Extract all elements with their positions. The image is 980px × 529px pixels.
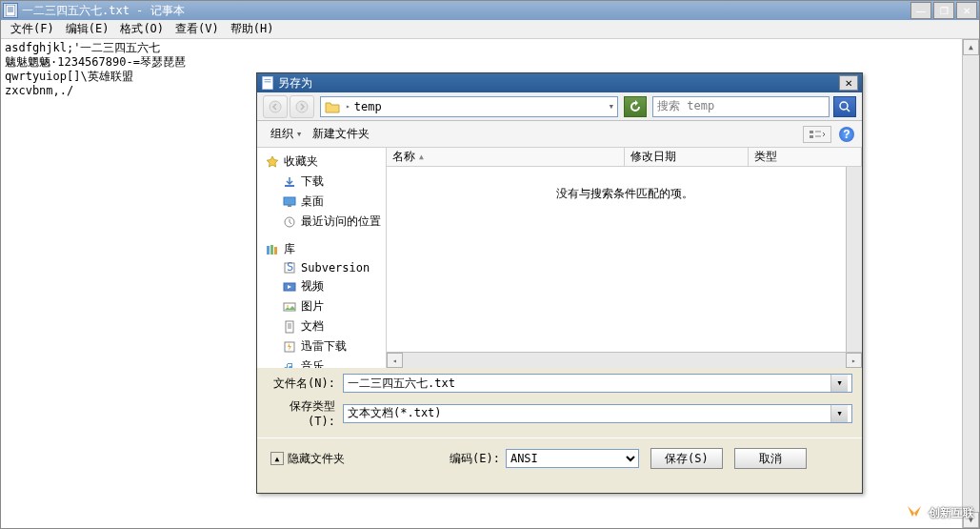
notepad-title: 一二三四五六七.txt - 记事本 <box>22 3 185 19</box>
svg-rect-12 <box>810 135 813 138</box>
tree-item-recent[interactable]: 最近访问的位置 <box>257 212 386 232</box>
chevron-up-icon: ▲ <box>270 452 284 465</box>
hscroll-right[interactable]: ▸ <box>846 353 862 368</box>
search-placeholder: 搜索 temp <box>657 98 714 114</box>
desktop-icon <box>282 195 297 209</box>
tree-item-documents[interactable]: 文档 <box>257 316 386 336</box>
tree-library[interactable]: 库 <box>257 239 386 259</box>
svg-rect-20 <box>270 245 273 254</box>
tree-favorites[interactable]: 收藏夹 <box>257 152 386 172</box>
col-modified[interactable]: 修改日期 <box>625 148 749 166</box>
cancel-button[interactable]: 取消 <box>734 448 807 469</box>
filetype-select[interactable]: 文本文档(*.txt) ▼ <box>343 404 852 423</box>
filetype-dropdown-icon[interactable]: ▼ <box>830 405 848 422</box>
star-icon <box>265 155 280 169</box>
tree-item-video[interactable]: 视频 <box>257 276 386 296</box>
nav-tree: 收藏夹 下载 桌面 最近访问的位置 库 SSubversion 视频 图片 文档… <box>257 148 387 368</box>
notepad-menubar: 文件(F) 编辑(E) 格式(O) 查看(V) 帮助(H) <box>1 20 979 39</box>
hide-folders-link[interactable]: ▲ 隐藏文件夹 <box>270 451 345 467</box>
xunlei-icon <box>282 340 297 354</box>
tree-item-downloads[interactable]: 下载 <box>257 172 386 192</box>
svg-rect-27 <box>286 321 293 333</box>
vertical-scrollbar[interactable]: ▲ ▼ <box>962 39 979 528</box>
dialog-titlebar[interactable]: 另存为 ✕ <box>257 73 862 92</box>
svg-rect-19 <box>267 246 270 254</box>
folder-icon <box>325 100 340 113</box>
video-icon <box>282 280 297 294</box>
filename-label: 文件名(N): <box>267 376 343 392</box>
notepad-titlebar[interactable]: 一二三四五六七.txt - 记事本 — ❐ ✕ <box>1 1 979 20</box>
dialog-close-button[interactable]: ✕ <box>839 75 858 91</box>
svg-point-26 <box>287 305 289 307</box>
svg-rect-0 <box>6 5 15 16</box>
svg-rect-15 <box>285 185 294 187</box>
file-list-vscroll[interactable] <box>846 167 862 352</box>
filename-dropdown-icon[interactable]: ▼ <box>830 375 848 392</box>
minimize-button[interactable]: — <box>910 2 931 19</box>
refresh-button[interactable] <box>624 96 647 117</box>
notepad-icon <box>3 3 18 18</box>
dialog-title: 另存为 <box>278 75 312 92</box>
menu-format[interactable]: 格式(O) <box>114 19 170 39</box>
recent-icon <box>282 215 297 229</box>
view-options-button[interactable] <box>803 126 831 143</box>
col-type[interactable]: 类型 <box>749 148 862 166</box>
documents-icon <box>282 320 297 334</box>
dialog-toolbar: 组织▼ 新建文件夹 ? <box>257 121 862 148</box>
save-button[interactable]: 保存(S) <box>650 448 723 469</box>
tree-item-subversion[interactable]: SSubversion <box>257 259 386 276</box>
file-list-header: 名称▲ 修改日期 类型 <box>387 148 862 167</box>
music-icon <box>282 360 297 369</box>
svg-point-7 <box>270 101 281 112</box>
menu-view[interactable]: 查看(V) <box>170 19 225 39</box>
help-button[interactable]: ? <box>839 127 854 142</box>
subversion-icon: S <box>282 261 297 275</box>
watermark: 创新互联 <box>904 502 974 523</box>
encoding-label: 编码(E): <box>450 451 500 467</box>
svg-rect-21 <box>274 247 277 254</box>
close-button[interactable]: ✕ <box>956 2 977 19</box>
save-as-dialog: 另存为 ✕ ▸ temp ▼ 搜索 temp 组织▼ 新建文件夹 <box>256 72 863 494</box>
svg-point-8 <box>296 101 308 112</box>
tree-item-xunlei[interactable]: 迅雷下载 <box>257 336 386 356</box>
nav-forward-button[interactable] <box>290 95 314 118</box>
path-sep: ▸ <box>346 102 350 111</box>
notepad-icon <box>261 76 274 90</box>
filetype-label: 保存类型(T): <box>267 398 343 428</box>
download-icon <box>282 175 297 189</box>
filename-input[interactable]: 一二三四五六七.txt ▼ <box>343 374 852 393</box>
address-bar[interactable]: ▸ temp ▼ <box>320 96 618 117</box>
encoding-select[interactable]: ANSI <box>506 449 639 468</box>
organize-button[interactable]: 组织▼ <box>265 124 307 144</box>
tree-item-desktop[interactable]: 桌面 <box>257 192 386 212</box>
new-folder-button[interactable]: 新建文件夹 <box>307 124 375 144</box>
path-dropdown-icon[interactable]: ▼ <box>610 103 613 111</box>
svg-rect-4 <box>262 76 273 90</box>
path-text: temp <box>354 100 382 113</box>
nav-back-button[interactable] <box>263 95 288 118</box>
watermark-text: 创新互联 <box>929 505 974 521</box>
pictures-icon <box>282 300 297 314</box>
file-list-hscroll[interactable]: ◂ ▸ <box>387 352 862 368</box>
svg-text:S: S <box>287 261 293 274</box>
menu-edit[interactable]: 编辑(E) <box>60 19 115 39</box>
menu-help[interactable]: 帮助(H) <box>225 19 280 39</box>
tree-item-pictures[interactable]: 图片 <box>257 296 386 316</box>
svg-rect-11 <box>810 131 813 133</box>
dialog-nav: ▸ temp ▼ 搜索 temp <box>257 92 862 121</box>
tree-item-music[interactable]: 音乐 <box>257 356 386 368</box>
svg-line-10 <box>847 109 850 112</box>
file-list: 名称▲ 修改日期 类型 没有与搜索条件匹配的项。 ◂ ▸ <box>387 148 862 368</box>
library-icon <box>265 243 280 256</box>
svg-point-9 <box>840 102 848 110</box>
watermark-logo-icon <box>904 502 925 523</box>
svg-rect-16 <box>284 197 295 205</box>
svg-rect-17 <box>288 205 291 207</box>
maximize-button[interactable]: ❐ <box>933 2 954 19</box>
search-input[interactable]: 搜索 temp <box>652 96 830 117</box>
search-button[interactable] <box>833 96 856 117</box>
hscroll-left[interactable]: ◂ <box>387 353 403 368</box>
col-name[interactable]: 名称▲ <box>387 148 625 166</box>
scroll-up-button[interactable]: ▲ <box>963 39 979 55</box>
menu-file[interactable]: 文件(F) <box>5 19 60 39</box>
